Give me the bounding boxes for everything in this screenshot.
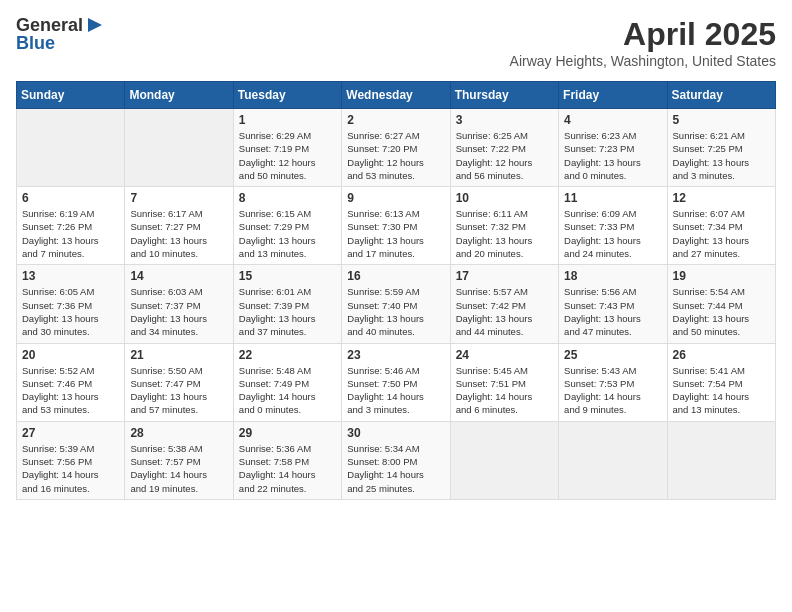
table-row: 27Sunrise: 5:39 AM Sunset: 7:56 PM Dayli… — [17, 421, 125, 499]
day-number: 26 — [673, 348, 770, 362]
main-title: April 2025 — [510, 16, 776, 53]
day-number: 1 — [239, 113, 336, 127]
table-row: 26Sunrise: 5:41 AM Sunset: 7:54 PM Dayli… — [667, 343, 775, 421]
calendar-week-row: 1Sunrise: 6:29 AM Sunset: 7:19 PM Daylig… — [17, 109, 776, 187]
day-info: Sunrise: 6:05 AM Sunset: 7:36 PM Dayligh… — [22, 285, 119, 338]
table-row — [125, 109, 233, 187]
day-number: 17 — [456, 269, 553, 283]
day-info: Sunrise: 6:01 AM Sunset: 7:39 PM Dayligh… — [239, 285, 336, 338]
day-number: 10 — [456, 191, 553, 205]
day-info: Sunrise: 6:11 AM Sunset: 7:32 PM Dayligh… — [456, 207, 553, 260]
day-number: 14 — [130, 269, 227, 283]
day-number: 25 — [564, 348, 661, 362]
svg-marker-0 — [88, 18, 102, 32]
day-number: 13 — [22, 269, 119, 283]
day-info: Sunrise: 5:59 AM Sunset: 7:40 PM Dayligh… — [347, 285, 444, 338]
day-info: Sunrise: 6:15 AM Sunset: 7:29 PM Dayligh… — [239, 207, 336, 260]
day-info: Sunrise: 5:41 AM Sunset: 7:54 PM Dayligh… — [673, 364, 770, 417]
table-row: 15Sunrise: 6:01 AM Sunset: 7:39 PM Dayli… — [233, 265, 341, 343]
day-number: 3 — [456, 113, 553, 127]
table-row — [17, 109, 125, 187]
table-row: 12Sunrise: 6:07 AM Sunset: 7:34 PM Dayli… — [667, 187, 775, 265]
table-row: 20Sunrise: 5:52 AM Sunset: 7:46 PM Dayli… — [17, 343, 125, 421]
day-number: 21 — [130, 348, 227, 362]
calendar-week-row: 27Sunrise: 5:39 AM Sunset: 7:56 PM Dayli… — [17, 421, 776, 499]
day-info: Sunrise: 6:29 AM Sunset: 7:19 PM Dayligh… — [239, 129, 336, 182]
col-wednesday: Wednesday — [342, 82, 450, 109]
calendar-header-row: Sunday Monday Tuesday Wednesday Thursday… — [17, 82, 776, 109]
col-friday: Friday — [559, 82, 667, 109]
day-info: Sunrise: 5:57 AM Sunset: 7:42 PM Dayligh… — [456, 285, 553, 338]
day-number: 30 — [347, 426, 444, 440]
table-row: 16Sunrise: 5:59 AM Sunset: 7:40 PM Dayli… — [342, 265, 450, 343]
day-number: 23 — [347, 348, 444, 362]
day-number: 27 — [22, 426, 119, 440]
day-number: 22 — [239, 348, 336, 362]
day-info: Sunrise: 6:25 AM Sunset: 7:22 PM Dayligh… — [456, 129, 553, 182]
day-info: Sunrise: 5:48 AM Sunset: 7:49 PM Dayligh… — [239, 364, 336, 417]
day-number: 18 — [564, 269, 661, 283]
day-number: 29 — [239, 426, 336, 440]
table-row: 11Sunrise: 6:09 AM Sunset: 7:33 PM Dayli… — [559, 187, 667, 265]
day-number: 11 — [564, 191, 661, 205]
day-info: Sunrise: 6:23 AM Sunset: 7:23 PM Dayligh… — [564, 129, 661, 182]
table-row: 21Sunrise: 5:50 AM Sunset: 7:47 PM Dayli… — [125, 343, 233, 421]
table-row — [667, 421, 775, 499]
day-info: Sunrise: 5:45 AM Sunset: 7:51 PM Dayligh… — [456, 364, 553, 417]
day-number: 28 — [130, 426, 227, 440]
calendar-week-row: 20Sunrise: 5:52 AM Sunset: 7:46 PM Dayli… — [17, 343, 776, 421]
day-info: Sunrise: 5:36 AM Sunset: 7:58 PM Dayligh… — [239, 442, 336, 495]
day-number: 15 — [239, 269, 336, 283]
table-row: 25Sunrise: 5:43 AM Sunset: 7:53 PM Dayli… — [559, 343, 667, 421]
col-tuesday: Tuesday — [233, 82, 341, 109]
table-row: 23Sunrise: 5:46 AM Sunset: 7:50 PM Dayli… — [342, 343, 450, 421]
day-number: 12 — [673, 191, 770, 205]
col-sunday: Sunday — [17, 82, 125, 109]
table-row: 10Sunrise: 6:11 AM Sunset: 7:32 PM Dayli… — [450, 187, 558, 265]
table-row: 1Sunrise: 6:29 AM Sunset: 7:19 PM Daylig… — [233, 109, 341, 187]
calendar-week-row: 6Sunrise: 6:19 AM Sunset: 7:26 PM Daylig… — [17, 187, 776, 265]
day-info: Sunrise: 5:50 AM Sunset: 7:47 PM Dayligh… — [130, 364, 227, 417]
table-row: 7Sunrise: 6:17 AM Sunset: 7:27 PM Daylig… — [125, 187, 233, 265]
calendar-week-row: 13Sunrise: 6:05 AM Sunset: 7:36 PM Dayli… — [17, 265, 776, 343]
day-info: Sunrise: 5:43 AM Sunset: 7:53 PM Dayligh… — [564, 364, 661, 417]
day-info: Sunrise: 6:13 AM Sunset: 7:30 PM Dayligh… — [347, 207, 444, 260]
day-info: Sunrise: 5:52 AM Sunset: 7:46 PM Dayligh… — [22, 364, 119, 417]
table-row: 8Sunrise: 6:15 AM Sunset: 7:29 PM Daylig… — [233, 187, 341, 265]
table-row: 30Sunrise: 5:34 AM Sunset: 8:00 PM Dayli… — [342, 421, 450, 499]
day-info: Sunrise: 6:27 AM Sunset: 7:20 PM Dayligh… — [347, 129, 444, 182]
table-row: 6Sunrise: 6:19 AM Sunset: 7:26 PM Daylig… — [17, 187, 125, 265]
table-row: 17Sunrise: 5:57 AM Sunset: 7:42 PM Dayli… — [450, 265, 558, 343]
day-number: 9 — [347, 191, 444, 205]
table-row: 3Sunrise: 6:25 AM Sunset: 7:22 PM Daylig… — [450, 109, 558, 187]
day-number: 2 — [347, 113, 444, 127]
calendar-table: Sunday Monday Tuesday Wednesday Thursday… — [16, 81, 776, 500]
day-info: Sunrise: 6:03 AM Sunset: 7:37 PM Dayligh… — [130, 285, 227, 338]
day-number: 19 — [673, 269, 770, 283]
day-number: 7 — [130, 191, 227, 205]
day-number: 5 — [673, 113, 770, 127]
table-row: 28Sunrise: 5:38 AM Sunset: 7:57 PM Dayli… — [125, 421, 233, 499]
logo-general-text: General — [16, 16, 83, 34]
col-saturday: Saturday — [667, 82, 775, 109]
table-row: 9Sunrise: 6:13 AM Sunset: 7:30 PM Daylig… — [342, 187, 450, 265]
table-row — [450, 421, 558, 499]
day-number: 16 — [347, 269, 444, 283]
table-row: 24Sunrise: 5:45 AM Sunset: 7:51 PM Dayli… — [450, 343, 558, 421]
table-row: 5Sunrise: 6:21 AM Sunset: 7:25 PM Daylig… — [667, 109, 775, 187]
table-row — [559, 421, 667, 499]
day-info: Sunrise: 6:07 AM Sunset: 7:34 PM Dayligh… — [673, 207, 770, 260]
table-row: 4Sunrise: 6:23 AM Sunset: 7:23 PM Daylig… — [559, 109, 667, 187]
sub-title: Airway Heights, Washington, United State… — [510, 53, 776, 69]
col-monday: Monday — [125, 82, 233, 109]
day-info: Sunrise: 5:56 AM Sunset: 7:43 PM Dayligh… — [564, 285, 661, 338]
day-number: 8 — [239, 191, 336, 205]
day-info: Sunrise: 5:54 AM Sunset: 7:44 PM Dayligh… — [673, 285, 770, 338]
day-number: 20 — [22, 348, 119, 362]
day-number: 6 — [22, 191, 119, 205]
title-area: April 2025 Airway Heights, Washington, U… — [510, 16, 776, 69]
col-thursday: Thursday — [450, 82, 558, 109]
day-info: Sunrise: 6:17 AM Sunset: 7:27 PM Dayligh… — [130, 207, 227, 260]
table-row: 2Sunrise: 6:27 AM Sunset: 7:20 PM Daylig… — [342, 109, 450, 187]
day-info: Sunrise: 5:38 AM Sunset: 7:57 PM Dayligh… — [130, 442, 227, 495]
